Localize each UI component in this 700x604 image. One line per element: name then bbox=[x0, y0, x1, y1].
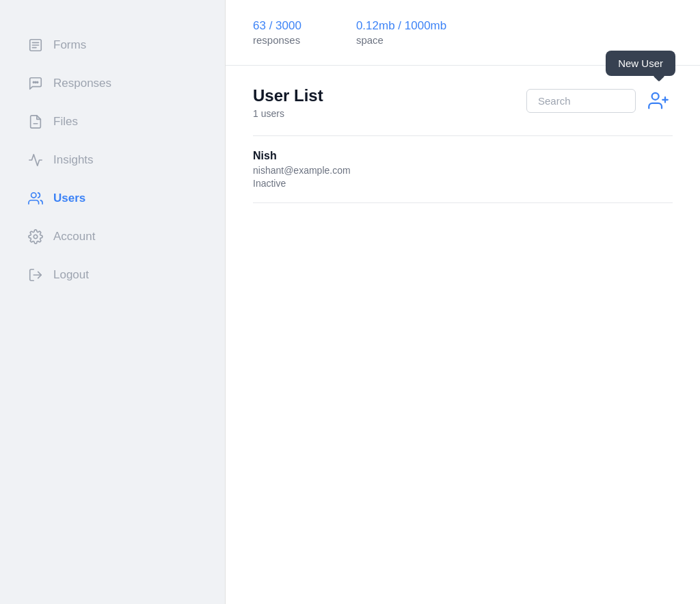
sidebar-item-insights[interactable]: Insights bbox=[14, 142, 211, 178]
sidebar-item-label-users: Users bbox=[53, 192, 85, 205]
sidebar-item-users[interactable]: Users bbox=[14, 181, 211, 216]
sidebar-item-responses[interactable]: Responses bbox=[14, 66, 211, 101]
logout-icon bbox=[27, 267, 44, 283]
user-list-section: User List 1 users New User Nish bbox=[226, 66, 700, 604]
sidebar-item-label-account: Account bbox=[53, 230, 95, 244]
responses-icon bbox=[27, 75, 44, 92]
svg-point-9 bbox=[33, 235, 38, 239]
responses-value: 63 / 3000 bbox=[253, 19, 301, 33]
files-icon bbox=[27, 114, 44, 130]
user-name: Nish bbox=[253, 150, 673, 162]
svg-point-8 bbox=[31, 193, 36, 198]
users-icon bbox=[27, 190, 44, 207]
stats-bar: 63 / 3000 responses 0.12mb / 1000mb spac… bbox=[226, 0, 700, 66]
account-icon bbox=[27, 228, 44, 245]
user-list-count: 1 users bbox=[253, 108, 323, 119]
responses-label: responses bbox=[253, 34, 301, 46]
forms-icon bbox=[27, 37, 44, 53]
user-status: Inactive bbox=[253, 178, 673, 189]
add-user-icon bbox=[648, 90, 669, 111]
stat-space: 0.12mb / 1000mb space bbox=[356, 19, 446, 46]
user-list-title: User List bbox=[253, 86, 323, 105]
space-label: space bbox=[356, 34, 446, 46]
sidebar-item-label-files: Files bbox=[53, 115, 78, 129]
user-email: nishant@example.com bbox=[253, 165, 673, 176]
svg-point-5 bbox=[35, 81, 36, 83]
stat-responses: 63 / 3000 responses bbox=[253, 19, 301, 46]
insights-icon bbox=[27, 152, 44, 168]
new-user-button[interactable] bbox=[644, 86, 673, 115]
search-input[interactable] bbox=[526, 89, 636, 113]
main-content: 63 / 3000 responses 0.12mb / 1000mb spac… bbox=[226, 0, 700, 604]
user-list-header: User List 1 users New User bbox=[253, 86, 673, 119]
svg-point-6 bbox=[37, 81, 38, 83]
user-list-title-block: User List 1 users bbox=[253, 86, 323, 119]
user-list-actions: New User bbox=[526, 86, 673, 115]
sidebar-nav: Forms Responses Files bbox=[0, 27, 225, 293]
sidebar-item-logout[interactable]: Logout bbox=[14, 257, 211, 293]
sidebar-item-forms[interactable]: Forms bbox=[14, 27, 211, 63]
sidebar: Forms Responses Files bbox=[0, 0, 226, 604]
sidebar-item-label-insights: Insights bbox=[53, 153, 94, 167]
sidebar-item-label-forms: Forms bbox=[53, 38, 86, 52]
sidebar-item-files[interactable]: Files bbox=[14, 104, 211, 140]
table-row[interactable]: Nish nishant@example.com Inactive bbox=[253, 136, 673, 203]
sidebar-item-label-logout: Logout bbox=[53, 268, 89, 282]
sidebar-item-label-responses: Responses bbox=[53, 77, 111, 90]
sidebar-item-account[interactable]: Account bbox=[14, 219, 211, 254]
svg-point-11 bbox=[652, 93, 659, 100]
svg-point-4 bbox=[33, 81, 34, 83]
space-value: 0.12mb / 1000mb bbox=[356, 19, 446, 33]
